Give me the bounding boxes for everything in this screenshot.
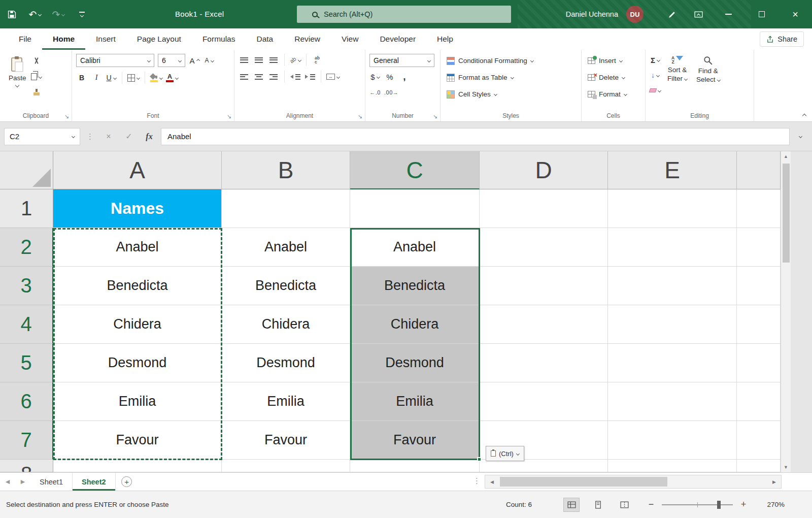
collapse-ribbon-button[interactable] — [802, 114, 806, 118]
fill-button[interactable]: ↓ — [650, 69, 661, 81]
row-header-7[interactable]: 7 — [0, 421, 53, 460]
ribbon-display-options-button[interactable] — [685, 0, 712, 28]
search-box[interactable]: Search (Alt+Q) — [297, 6, 511, 23]
cell-D1[interactable] — [480, 189, 608, 228]
font-family-select[interactable]: Calibri — [76, 54, 154, 67]
cell-D5[interactable] — [480, 344, 608, 382]
cell-A6[interactable]: Emilia — [53, 382, 222, 421]
row-header-8[interactable]: 8 — [0, 460, 53, 472]
cell-C7[interactable]: Favour — [350, 421, 480, 460]
maximize-button[interactable] — [745, 0, 779, 28]
tab-review[interactable]: Review — [284, 28, 331, 50]
cell-A7[interactable]: Favour — [53, 421, 222, 460]
formula-input[interactable]: Anabel — [161, 128, 790, 145]
minimize-button[interactable] — [712, 0, 745, 28]
cell-F7[interactable] — [737, 421, 781, 460]
customize-quick-access-button[interactable] — [70, 0, 93, 28]
cell-F1[interactable] — [737, 189, 781, 228]
orientation-button[interactable]: ab — [290, 54, 301, 66]
number-dialog-launcher[interactable]: ↘ — [433, 114, 437, 119]
tab-scrollbar-divider[interactable]: ⋮ — [473, 476, 480, 485]
share-button[interactable]: Share — [760, 31, 804, 47]
increase-indent-button[interactable] — [304, 71, 316, 83]
find-select-button[interactable]: Find & Select — [692, 54, 725, 86]
cell-F3[interactable] — [737, 267, 781, 305]
number-format-select[interactable]: General — [369, 54, 434, 67]
cell-F6[interactable] — [737, 382, 781, 421]
row-header-2[interactable]: 2 — [0, 228, 53, 267]
horizontal-scroll-track[interactable] — [499, 475, 767, 488]
avatar[interactable]: DU — [626, 6, 644, 23]
row-header-5[interactable]: 5 — [0, 344, 53, 382]
sheet-tab-sheet1[interactable]: Sheet1 — [30, 473, 73, 491]
cell-D6[interactable] — [480, 382, 608, 421]
tab-developer[interactable]: Developer — [369, 28, 426, 50]
sheet-tab-sheet2[interactable]: Sheet2 — [73, 473, 116, 491]
zoom-out-button[interactable]: − — [647, 499, 656, 510]
row-header-6[interactable]: 6 — [0, 382, 53, 421]
horizontal-scrollbar[interactable]: ◀ ▶ — [485, 475, 782, 489]
cell-E8[interactable] — [608, 460, 737, 472]
new-sheet-button[interactable]: + — [116, 473, 138, 491]
cell-A3[interactable]: Benedicta — [53, 267, 222, 305]
next-sheet-arrow[interactable]: ▶ — [15, 473, 30, 491]
vertical-scrollbar[interactable]: ▲ ▼ — [781, 151, 791, 472]
cell-B1[interactable] — [222, 189, 350, 228]
align-left-button[interactable] — [239, 71, 250, 83]
cell-C8[interactable] — [350, 460, 480, 472]
bottom-align-button[interactable] — [268, 54, 279, 66]
column-header-B[interactable]: B — [222, 151, 350, 189]
clipboard-dialog-launcher[interactable]: ↘ — [64, 114, 69, 119]
cell-styles-button[interactable]: Cell Styles — [445, 87, 535, 101]
expand-formula-bar-button[interactable] — [793, 128, 808, 145]
font-size-select[interactable]: 6 — [158, 54, 185, 67]
decrease-decimal-button[interactable]: .00→ — [384, 86, 398, 99]
italic-button[interactable]: I — [91, 72, 102, 84]
comma-style-button[interactable]: , — [399, 71, 410, 83]
scroll-down-arrow[interactable]: ▼ — [781, 462, 791, 472]
wrap-text-button[interactable]: abc — [312, 54, 323, 66]
page-layout-view-button[interactable] — [590, 498, 606, 512]
page-break-preview-button[interactable] — [616, 498, 632, 512]
cell-E7[interactable] — [608, 421, 737, 460]
cell-A5[interactable]: Desmond — [53, 344, 222, 382]
scroll-up-arrow[interactable]: ▲ — [781, 151, 791, 161]
underline-button[interactable]: U — [106, 72, 117, 84]
cell-B7[interactable]: Favour — [222, 421, 350, 460]
insert-function-button[interactable]: fx — [141, 128, 158, 145]
increase-decimal-button[interactable]: ←.0 — [369, 86, 381, 99]
cell-C5[interactable]: Desmond — [350, 344, 480, 382]
middle-align-button[interactable] — [253, 54, 264, 66]
format-cells-button[interactable]: Format — [586, 87, 629, 101]
decrease-indent-button[interactable] — [290, 71, 301, 83]
tab-formulas[interactable]: Formulas — [192, 28, 246, 50]
column-header-A[interactable]: A — [53, 151, 222, 189]
redo-button[interactable]: ↷ — [47, 0, 70, 28]
tab-file[interactable]: File — [8, 28, 42, 50]
previous-sheet-arrow[interactable]: ◀ — [0, 473, 15, 491]
decrease-font-size-button[interactable]: A — [204, 54, 215, 67]
cell-D4[interactable] — [480, 305, 608, 344]
zoom-slider-thumb[interactable] — [717, 501, 721, 509]
conditional-formatting-button[interactable]: Conditional Formatting — [445, 54, 535, 68]
column-header-D[interactable]: D — [480, 151, 608, 189]
scroll-left-arrow[interactable]: ◀ — [485, 475, 499, 488]
enter-button[interactable]: ✓ — [120, 128, 138, 145]
cell-E6[interactable] — [608, 382, 737, 421]
bold-button[interactable]: B — [76, 72, 87, 84]
merge-center-button[interactable]: ↔ — [326, 71, 340, 83]
cell-B3[interactable]: Benedicta — [222, 267, 350, 305]
column-header-C[interactable]: C — [350, 151, 480, 189]
cell-C3[interactable]: Benedicta — [350, 267, 480, 305]
copy-button[interactable] — [31, 71, 42, 83]
alignment-dialog-launcher[interactable]: ↘ — [358, 114, 362, 119]
cell-A2[interactable]: Anabel — [53, 228, 222, 267]
name-box[interactable]: C2 — [4, 128, 80, 145]
borders-button[interactable] — [127, 72, 140, 84]
formula-bar-resize-handle[interactable]: ⋮ — [83, 132, 97, 141]
cell-F2[interactable] — [737, 228, 781, 267]
tab-page-layout[interactable]: Page Layout — [126, 28, 192, 50]
cell-A1[interactable]: Names — [53, 189, 222, 228]
cell-B5[interactable]: Desmond — [222, 344, 350, 382]
cell-E1[interactable] — [608, 189, 737, 228]
